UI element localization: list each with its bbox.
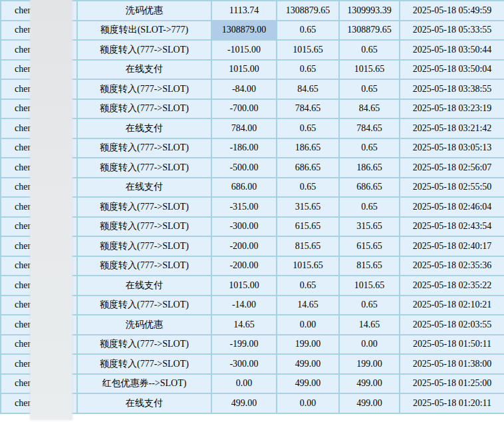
balance-after-cell: 1015.65: [339, 60, 400, 80]
timestamp-cell: 2025-05-18 02:56:07: [400, 158, 504, 178]
balance-after-cell: 1309993.39: [339, 1, 400, 21]
balance-after-cell: 784.65: [339, 118, 400, 138]
transaction-type-cell: 额度转入(777->SLOT): [77, 335, 211, 355]
amount-cell: 1113.74: [211, 1, 277, 21]
table-row[interactable]: chen 额度转入(777->SLOT) -300.00 499.00 199.…: [1, 354, 504, 374]
amount-cell: 1015.00: [211, 276, 277, 296]
table-row[interactable]: chen 额度转入(777->SLOT) -700.00 784.65 84.6…: [1, 99, 504, 119]
transactions-table: chen 洗码优惠 1113.74 1308879.65 1309993.39 …: [0, 0, 504, 414]
timestamp-cell: 2025-05-18 03:05:13: [400, 138, 504, 158]
table-row[interactable]: chen 额度转入(777->SLOT) -186.00 186.65 0.65…: [1, 138, 504, 158]
timestamp-cell: 2025-05-18 01:50:11: [400, 335, 504, 355]
balance-before-cell: 0.65: [277, 21, 339, 41]
table-row[interactable]: chen 洗码优惠 1113.74 1308879.65 1309993.39 …: [1, 1, 504, 21]
table-row[interactable]: chen 额度转入(777->SLOT) -84.00 84.65 0.65 2…: [1, 79, 504, 99]
amount-cell: -1015.00: [211, 40, 277, 60]
transaction-type-cell: 额度转入(777->SLOT): [77, 79, 211, 99]
balance-after-cell: 1015.65: [339, 276, 400, 296]
timestamp-cell: 2025-05-18 02:10:21: [400, 296, 504, 316]
transaction-type-cell: 在线支付: [77, 118, 211, 138]
timestamp-cell: 2025-05-18 05:49:59: [400, 1, 504, 21]
timestamp-cell: 2025-05-18 01:25:00: [400, 374, 504, 394]
transaction-type-cell: 额度转入(777->SLOT): [77, 197, 211, 217]
balance-before-cell: 615.65: [277, 217, 339, 237]
balance-before-cell: 0.65: [277, 60, 339, 80]
timestamp-cell: 2025-05-18 03:21:42: [400, 118, 504, 138]
balance-before-cell: 1015.65: [277, 40, 339, 60]
table-row[interactable]: chen 额度转出(SLOT->777) 1308879.00 0.65 130…: [1, 21, 504, 41]
balance-after-cell: 84.65: [339, 99, 400, 119]
transaction-type-cell: 额度转出(SLOT->777): [77, 21, 211, 41]
balance-before-cell: 315.65: [277, 197, 339, 217]
timestamp-cell: 2025-05-18 05:33:55: [400, 21, 504, 41]
balance-after-cell: 0.65: [339, 40, 400, 60]
transaction-type-cell: 洗码优惠: [77, 1, 211, 21]
balance-after-cell: 686.65: [339, 178, 400, 198]
table-row[interactable]: chen 额度转入(777->SLOT) -200.00 1015.65 815…: [1, 256, 504, 276]
transaction-type-cell: 额度转入(777->SLOT): [77, 256, 211, 276]
balance-before-cell: 199.00: [277, 335, 339, 355]
table-row[interactable]: chen 额度转入(777->SLOT) -1015.00 1015.65 0.…: [1, 40, 504, 60]
balance-before-cell: 784.65: [277, 99, 339, 119]
timestamp-cell: 2025-05-18 01:20:11: [400, 393, 504, 413]
table-row[interactable]: chen 额度转入(777->SLOT) -300.00 615.65 315.…: [1, 217, 504, 237]
transaction-type-cell: 红包优惠券-->SLOT): [77, 374, 211, 394]
transaction-type-cell: 额度转入(777->SLOT): [77, 236, 211, 256]
balance-before-cell: 1308879.65: [277, 1, 339, 21]
balance-before-cell: 499.00: [277, 354, 339, 374]
balance-before-cell: 1015.65: [277, 256, 339, 276]
table-row[interactable]: chen 额度转入(777->SLOT) -14.00 14.65 0.65 2…: [1, 296, 504, 316]
table-row[interactable]: chen 额度转入(777->SLOT) -199.00 199.00 0.00…: [1, 335, 504, 355]
transaction-type-cell: 额度转入(777->SLOT): [77, 138, 211, 158]
transaction-type-cell: 在线支付: [77, 178, 211, 198]
amount-cell: -186.00: [211, 138, 277, 158]
timestamp-cell: 2025-05-18 02:03:55: [400, 315, 504, 335]
transaction-type-cell: 额度转入(777->SLOT): [77, 296, 211, 316]
timestamp-cell: 2025-05-18 03:38:55: [400, 79, 504, 99]
table-row[interactable]: chen 洗码优惠 14.65 0.00 14.65 2025-05-18 02…: [1, 315, 504, 335]
amount-cell: -84.00: [211, 79, 277, 99]
amount-cell: -315.00: [211, 197, 277, 217]
transactions-table-body: chen 洗码优惠 1113.74 1308879.65 1309993.39 …: [1, 1, 504, 413]
table-row[interactable]: chen 在线支付 1015.00 0.65 1015.65 2025-05-1…: [1, 276, 504, 296]
table-row[interactable]: chen 额度转入(777->SLOT) -315.00 315.65 0.65…: [1, 197, 504, 217]
table-row[interactable]: chen 在线支付 1015.00 0.65 1015.65 2025-05-1…: [1, 60, 504, 80]
balance-after-cell: 815.65: [339, 256, 400, 276]
transaction-type-cell: 在线支付: [77, 393, 211, 413]
table-row[interactable]: chen 额度转入(777->SLOT) -200.00 815.65 615.…: [1, 236, 504, 256]
timestamp-cell: 2025-05-18 03:50:44: [400, 40, 504, 60]
balance-after-cell: 0.65: [339, 79, 400, 99]
transaction-type-cell: 额度转入(777->SLOT): [77, 217, 211, 237]
amount-cell: 499.00: [211, 393, 277, 413]
transaction-type-cell: 额度转入(777->SLOT): [77, 40, 211, 60]
balance-before-cell: 0.00: [277, 393, 339, 413]
transaction-type-cell: 洗码优惠: [77, 315, 211, 335]
timestamp-cell: 2025-05-18 03:50:04: [400, 60, 504, 80]
transaction-type-cell: 额度转入(777->SLOT): [77, 158, 211, 178]
amount-cell-selected[interactable]: 1308879.00: [211, 21, 277, 41]
table-row[interactable]: chen 在线支付 499.00 0.00 499.00 2025-05-18 …: [1, 393, 504, 413]
balance-after-cell: 0.65: [339, 197, 400, 217]
balance-before-cell: 499.00: [277, 374, 339, 394]
amount-cell: -500.00: [211, 158, 277, 178]
table-row[interactable]: chen 红包优惠券-->SLOT) 0.00 499.00 499.00 20…: [1, 374, 504, 394]
timestamp-cell: 2025-05-18 02:35:36: [400, 256, 504, 276]
timestamp-cell: 2025-05-18 02:46:04: [400, 197, 504, 217]
balance-before-cell: 186.65: [277, 138, 339, 158]
amount-cell: 1015.00: [211, 60, 277, 80]
balance-before-cell: 0.65: [277, 118, 339, 138]
table-row[interactable]: chen 在线支付 784.00 0.65 784.65 2025-05-18 …: [1, 118, 504, 138]
balance-after-cell: 0.65: [339, 138, 400, 158]
balance-after-cell: 1308879.65: [339, 21, 400, 41]
transaction-type-cell: 在线支付: [77, 60, 211, 80]
table-row[interactable]: chen 额度转入(777->SLOT) -500.00 686.65 186.…: [1, 158, 504, 178]
balance-after-cell: 315.65: [339, 217, 400, 237]
balance-after-cell: 199.00: [339, 354, 400, 374]
balance-before-cell: 84.65: [277, 79, 339, 99]
balance-after-cell: 14.65: [339, 315, 400, 335]
balance-before-cell: 0.65: [277, 276, 339, 296]
timestamp-cell: 2025-05-18 02:40:17: [400, 236, 504, 256]
amount-cell: -200.00: [211, 236, 277, 256]
table-row[interactable]: chen 在线支付 686.00 0.65 686.65 2025-05-18 …: [1, 178, 504, 198]
username-redaction-overlay: [31, 0, 72, 419]
